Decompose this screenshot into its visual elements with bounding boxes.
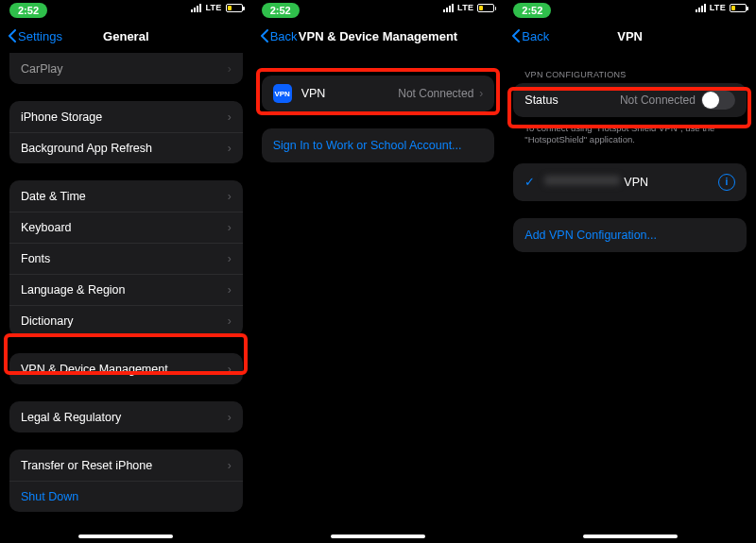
list-group: VPN VPN Not Connected › — [262, 76, 495, 111]
row-add-vpn-configuration[interactable]: Add VPN Configuration... — [513, 218, 747, 252]
row-vpn[interactable]: VPN VPN Not Connected › — [262, 76, 495, 111]
chevron-right-icon: › — [228, 411, 232, 424]
list-group: Status Not Connected — [513, 83, 747, 117]
back-label: Back — [270, 29, 298, 43]
checkmark-icon: ✓ — [524, 175, 535, 189]
page-title: VPN & Device Management — [299, 29, 457, 43]
row-label: Status — [524, 93, 620, 107]
row-language-region[interactable]: Language & Region› — [9, 274, 243, 305]
network-label: LTE — [457, 3, 473, 12]
row-value: Not Connected — [620, 93, 696, 107]
row-label: VPN — [544, 176, 718, 189]
home-indicator — [583, 535, 678, 538]
row-value: Not Connected — [398, 87, 473, 100]
row-label: iPhone Storage — [21, 110, 228, 124]
chevron-right-icon: › — [228, 142, 232, 155]
list-group: Date & Time› Keyboard› Fonts› Language &… — [9, 180, 243, 336]
chevron-right-icon: › — [228, 62, 232, 76]
signal-bars-icon — [191, 4, 201, 12]
row-shut-down[interactable]: Shut Down — [9, 481, 243, 512]
row-fonts[interactable]: Fonts› — [9, 243, 243, 274]
row-transfer-reset[interactable]: Transfer or Reset iPhone› — [9, 450, 243, 481]
row-label: Date & Time — [21, 190, 228, 203]
section-header-vpn-configurations: VPN Configurations — [524, 70, 735, 79]
row-label: Dictionary — [21, 314, 228, 328]
back-button[interactable]: Settings — [8, 29, 62, 43]
row-label: Shut Down — [21, 490, 232, 503]
chevron-right-icon: › — [228, 314, 232, 328]
time-pill: 2:52 — [262, 3, 300, 18]
list-group: ✓ VPN i — [513, 163, 747, 201]
back-button[interactable]: Back — [511, 29, 549, 43]
toggle-knob — [702, 92, 719, 109]
nav-bar: Settings General — [0, 21, 252, 51]
page-title: General — [103, 29, 148, 43]
row-status: Status Not Connected — [513, 83, 747, 117]
chevron-right-icon: › — [479, 87, 483, 100]
chevron-right-icon: › — [228, 221, 232, 234]
row-label: Keyboard — [21, 221, 228, 234]
screen-general-settings: 2:52 LTE Settings General CarPlay › iPho… — [0, 0, 252, 543]
row-sign-in-work-school[interactable]: Sign In to Work or School Account... — [262, 128, 495, 162]
vpn-icon: VPN — [273, 84, 292, 103]
time-pill: 2:52 — [9, 3, 47, 18]
battery-icon — [226, 4, 243, 12]
battery-icon — [477, 4, 494, 12]
list-group: Legal & Regulatory› — [9, 401, 243, 433]
status-icons: LTE — [443, 3, 494, 12]
screen-vpn-device-management: 2:52 LTE Back VPN & Device Management VP… — [252, 0, 505, 543]
chevron-left-icon — [8, 29, 16, 42]
chevron-right-icon: › — [228, 252, 232, 265]
status-bar: 2:52 LTE — [0, 0, 252, 21]
chevron-right-icon: › — [228, 190, 232, 203]
chevron-left-icon — [260, 29, 268, 42]
row-label: Fonts — [21, 252, 228, 265]
chevron-right-icon: › — [228, 110, 232, 124]
back-button[interactable]: Back — [260, 29, 298, 43]
chevron-right-icon: › — [228, 283, 232, 297]
page-title: VPN — [617, 29, 643, 43]
info-icon[interactable]: i — [718, 174, 735, 191]
row-label: Language & Region — [21, 283, 228, 297]
helper-text: To connect using "Hotspot Shield VPN", u… — [524, 123, 735, 146]
home-indicator — [78, 535, 173, 538]
row-vpn-config-selected[interactable]: ✓ VPN i — [513, 163, 747, 201]
screen-vpn: 2:52 LTE Back VPN VPN Configurations Sta… — [504, 0, 756, 543]
config-name-suffix: VPN — [624, 176, 648, 189]
row-label: Transfer or Reset iPhone — [21, 459, 228, 472]
row-label: Sign In to Work or School Account... — [273, 139, 484, 152]
row-label: Legal & Regulatory — [21, 411, 228, 424]
row-label: Add VPN Configuration... — [524, 229, 735, 242]
row-vpn-device-management[interactable]: VPN & Device Management› — [9, 353, 243, 384]
list-group: VPN & Device Management› — [9, 353, 243, 384]
row-background-app-refresh[interactable]: Background App Refresh › — [9, 132, 243, 163]
row-label: Background App Refresh — [21, 142, 228, 155]
home-indicator — [331, 535, 425, 538]
list-group: CarPlay › — [9, 53, 243, 84]
battery-icon — [730, 4, 747, 12]
row-dictionary[interactable]: Dictionary› — [9, 305, 243, 336]
network-label: LTE — [205, 3, 221, 12]
row-label: VPN & Device Management — [21, 363, 228, 376]
list-group: Transfer or Reset iPhone› Shut Down — [9, 450, 243, 512]
signal-bars-icon — [696, 4, 706, 12]
network-label: LTE — [710, 3, 726, 12]
row-carplay[interactable]: CarPlay › — [9, 53, 243, 84]
row-keyboard[interactable]: Keyboard› — [9, 212, 243, 243]
redacted-block — [544, 176, 620, 189]
status-icons: LTE — [696, 3, 747, 12]
row-iphone-storage[interactable]: iPhone Storage › — [9, 101, 243, 132]
nav-bar: Back VPN — [504, 21, 756, 51]
list-group: Sign In to Work or School Account... — [262, 128, 495, 162]
nav-bar: Back VPN & Device Management — [252, 21, 505, 51]
row-label: CarPlay — [21, 62, 228, 76]
status-bar: 2:52 LTE — [504, 0, 756, 21]
chevron-right-icon: › — [228, 363, 232, 376]
status-bar: 2:52 LTE — [252, 0, 505, 21]
chevron-left-icon — [511, 29, 520, 42]
status-toggle[interactable] — [701, 91, 735, 110]
signal-bars-icon — [443, 4, 454, 12]
row-legal-regulatory[interactable]: Legal & Regulatory› — [9, 401, 243, 433]
back-label: Back — [522, 29, 549, 43]
row-date-time[interactable]: Date & Time› — [9, 180, 243, 212]
